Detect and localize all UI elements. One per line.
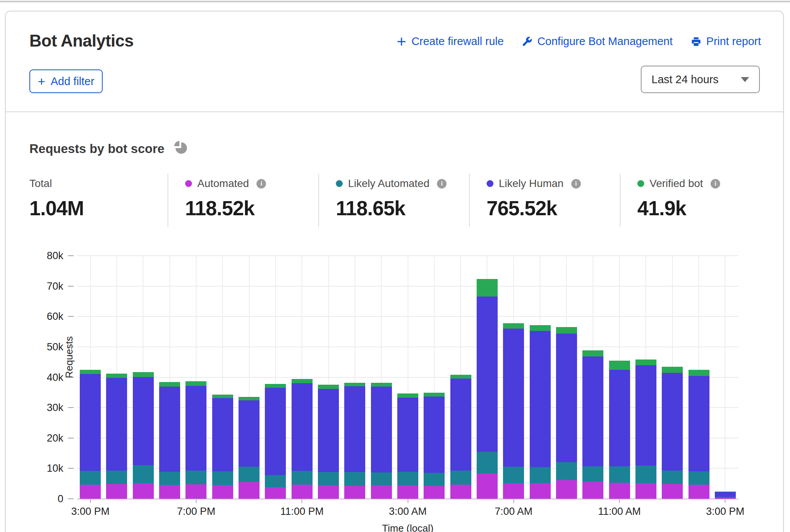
bar-segment-automated[interactable] xyxy=(239,482,260,499)
bar-segment-automated[interactable] xyxy=(371,485,392,499)
bar-segment-likely-human[interactable] xyxy=(424,397,445,473)
bar-segment-verified-bot[interactable] xyxy=(635,360,656,365)
bar-segment-automated[interactable] xyxy=(688,485,709,499)
bar-segment-automated[interactable] xyxy=(662,484,683,499)
bar-segment-verified-bot[interactable] xyxy=(106,374,127,378)
bar-segment-likely-human[interactable] xyxy=(371,387,392,472)
bar-segment-likely-automated[interactable] xyxy=(530,467,551,483)
bar-segment-verified-bot[interactable] xyxy=(159,382,180,387)
info-icon[interactable]: i xyxy=(711,179,720,189)
bar-segment-verified-bot[interactable] xyxy=(318,385,339,389)
bar-segment-likely-automated[interactable] xyxy=(477,452,498,474)
bar-segment-automated[interactable] xyxy=(265,487,286,499)
bar-segment-verified-bot[interactable] xyxy=(530,325,551,331)
create-firewall-rule-link[interactable]: Create firewall rule xyxy=(396,35,504,48)
bar-segment-likely-human[interactable] xyxy=(582,356,603,466)
bar-segment-automated[interactable] xyxy=(106,484,127,499)
configure-bot-management-link[interactable]: Configure Bot Management xyxy=(521,35,673,48)
bar-segment-likely-human[interactable] xyxy=(159,387,180,472)
bar-segment-likely-human[interactable] xyxy=(106,378,127,471)
bar-segment-likely-automated[interactable] xyxy=(212,471,233,485)
bar-segment-likely-human[interactable] xyxy=(185,386,206,471)
bar-segment-verified-bot[interactable] xyxy=(662,367,683,372)
bar-segment-likely-human[interactable] xyxy=(477,297,498,451)
bar-segment-likely-human[interactable] xyxy=(688,376,709,472)
bar-segment-verified-bot[interactable] xyxy=(344,383,365,387)
bar-segment-likely-human[interactable] xyxy=(450,379,471,471)
bar-segment-likely-automated[interactable] xyxy=(265,475,286,487)
bar-segment-likely-automated[interactable] xyxy=(318,472,339,485)
bar-segment-likely-automated[interactable] xyxy=(688,471,709,485)
bar-segment-verified-bot[interactable] xyxy=(424,393,445,397)
bar-segment-verified-bot[interactable] xyxy=(450,375,471,379)
bar-segment-automated[interactable] xyxy=(292,485,313,499)
bar-segment-automated[interactable] xyxy=(477,474,498,499)
bar-segment-likely-human[interactable] xyxy=(609,370,630,466)
bar-segment-likely-automated[interactable] xyxy=(344,472,365,486)
bar-segment-automated[interactable] xyxy=(133,483,154,499)
bar-segment-likely-human[interactable] xyxy=(397,398,418,472)
bar-segment-automated[interactable] xyxy=(344,486,365,499)
bar-segment-verified-bot[interactable] xyxy=(397,393,418,397)
bar-segment-likely-human[interactable] xyxy=(318,389,339,472)
bar-segment-likely-human[interactable] xyxy=(212,398,233,472)
bar-segment-likely-automated[interactable] xyxy=(239,467,260,482)
bar-segment-likely-automated[interactable] xyxy=(635,466,656,483)
bar-segment-likely-automated[interactable] xyxy=(715,497,736,498)
bar-segment-verified-bot[interactable] xyxy=(477,279,498,297)
bar-segment-likely-human[interactable] xyxy=(265,388,286,475)
bar-segment-automated[interactable] xyxy=(582,482,603,499)
bar-segment-likely-automated[interactable] xyxy=(371,472,392,485)
bar-segment-likely-human[interactable] xyxy=(635,365,656,466)
bar-segment-automated[interactable] xyxy=(715,498,736,499)
bar-segment-verified-bot[interactable] xyxy=(609,361,630,370)
bar-segment-likely-automated[interactable] xyxy=(185,471,206,484)
bar-segment-automated[interactable] xyxy=(80,485,101,499)
bar-segment-verified-bot[interactable] xyxy=(265,384,286,388)
bar-segment-likely-automated[interactable] xyxy=(424,473,445,485)
bar-segment-likely-human[interactable] xyxy=(503,329,524,467)
bar-segment-likely-automated[interactable] xyxy=(582,466,603,482)
bar-segment-likely-human[interactable] xyxy=(662,373,683,471)
bar-segment-verified-bot[interactable] xyxy=(80,370,101,374)
bar-segment-likely-human[interactable] xyxy=(530,331,551,467)
bar-segment-likely-automated[interactable] xyxy=(503,467,524,483)
bar-segment-likely-human[interactable] xyxy=(80,374,101,471)
bar-segment-verified-bot[interactable] xyxy=(239,397,260,400)
bar-segment-likely-automated[interactable] xyxy=(133,465,154,483)
bar-segment-automated[interactable] xyxy=(609,483,630,499)
bar-segment-likely-automated[interactable] xyxy=(556,462,577,480)
bar-segment-verified-bot[interactable] xyxy=(715,492,736,492)
bar-segment-likely-automated[interactable] xyxy=(159,472,180,485)
bar-segment-likely-automated[interactable] xyxy=(106,471,127,484)
bar-segment-verified-bot[interactable] xyxy=(133,372,154,377)
bar-segment-likely-human[interactable] xyxy=(715,492,736,497)
bar-segment-verified-bot[interactable] xyxy=(688,370,709,376)
bar-segment-likely-human[interactable] xyxy=(239,400,260,467)
bar-segment-verified-bot[interactable] xyxy=(503,323,524,329)
bar-segment-automated[interactable] xyxy=(530,483,551,499)
bar-segment-automated[interactable] xyxy=(397,485,418,499)
info-icon[interactable]: i xyxy=(256,179,266,189)
bar-segment-automated[interactable] xyxy=(503,483,524,499)
bar-segment-verified-bot[interactable] xyxy=(212,395,233,398)
bar-segment-automated[interactable] xyxy=(212,485,233,499)
bar-segment-likely-human[interactable] xyxy=(556,334,577,462)
bar-segment-automated[interactable] xyxy=(635,483,656,499)
bar-segment-verified-bot[interactable] xyxy=(185,381,206,386)
bar-segment-automated[interactable] xyxy=(185,484,206,499)
bar-segment-likely-automated[interactable] xyxy=(662,471,683,484)
bar-segment-likely-automated[interactable] xyxy=(609,466,630,483)
bar-segment-likely-human[interactable] xyxy=(344,386,365,472)
bar-segment-automated[interactable] xyxy=(556,480,577,499)
info-icon[interactable]: i xyxy=(437,179,447,189)
bar-segment-likely-human[interactable] xyxy=(133,377,154,466)
bar-segment-automated[interactable] xyxy=(318,485,339,499)
bar-segment-likely-automated[interactable] xyxy=(450,471,471,485)
bar-segment-likely-human[interactable] xyxy=(292,383,313,471)
bar-segment-verified-bot[interactable] xyxy=(582,350,603,356)
bar-segment-verified-bot[interactable] xyxy=(292,379,313,383)
bar-segment-automated[interactable] xyxy=(159,485,180,499)
add-filter-button[interactable]: + Add filter xyxy=(29,69,103,93)
info-icon[interactable]: i xyxy=(571,179,581,189)
